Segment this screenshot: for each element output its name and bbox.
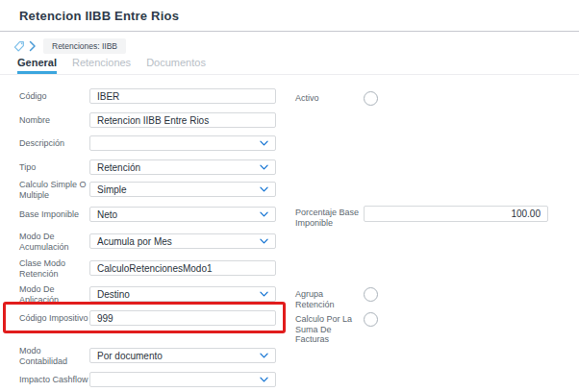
chevron-down-icon (260, 140, 268, 146)
field-label: Tipo (19, 162, 36, 173)
field-label: Modo De Acumulación (19, 232, 87, 252)
field-label: Porcentaje Base Imponible (295, 208, 363, 228)
field-row-calculo-por-la-suma-de-facturas: Calculo Por La Suma De Facturas (0, 312, 579, 328)
field-row-modo-contabilidad: Modo ContabilidadPor documento (0, 348, 579, 363)
chevron-down-icon (260, 238, 268, 244)
chevron-down-icon (260, 164, 268, 170)
field-label: Calculo Simple O Multiple (19, 180, 87, 200)
field-label: Nombre (19, 115, 50, 126)
impacto-cashflow-select[interactable] (89, 372, 276, 387)
nombre-input[interactable] (89, 112, 276, 128)
field-label: Activo (295, 93, 319, 104)
field-label: Calculo Por La Suma De Facturas (295, 314, 363, 345)
field-label: Descripción (19, 138, 64, 149)
activo-radio[interactable] (364, 91, 378, 106)
tipo-select[interactable]: Retención (89, 159, 276, 175)
select-value: Por documento (97, 351, 163, 361)
calculo-por-la-suma-de-facturas-radio[interactable] (364, 312, 378, 327)
modo-de-acumulacion-select[interactable]: Acumula por Mes (89, 233, 276, 249)
general-form: CódigoNombreDescripciónTipoRetenciónCalc… (0, 0, 579, 392)
field-row-clase-modo-retencion: Clase Modo Retención (0, 260, 579, 276)
field-row-modo-de-acumulacion: Modo De AcumulaciónAcumula por Mes (0, 233, 579, 249)
select-value: Simple (97, 184, 127, 195)
clase-modo-retencion-input[interactable] (89, 260, 276, 276)
chevron-down-icon (260, 186, 268, 192)
descripcion-select[interactable] (89, 135, 276, 151)
app-window: Retencion IIBB Entre Rios Retenciones: I… (0, 0, 579, 392)
field-row-descripcion: Descripción (0, 135, 579, 151)
porcentaje-base-imponible-input[interactable] (364, 206, 548, 222)
field-row-agrupa-retencion: Agrupa Retención (0, 287, 579, 303)
field-label: Modo Contabilidad (19, 346, 87, 366)
field-row-tipo: TipoRetención (0, 159, 579, 175)
field-label: Clase Modo Retención (19, 258, 87, 279)
calculo-simple-o-multiple-select[interactable]: Simple (89, 182, 276, 197)
field-label: Agrupa Retención (295, 289, 363, 309)
select-value: Acumula por Mes (97, 236, 172, 247)
field-row-impacto-cashflow: Impacto Cashflow (0, 372, 579, 387)
select-value: Retención (97, 162, 140, 173)
field-row-calculo-simple-o-multiple: Calculo Simple O MultipleSimple (0, 182, 579, 197)
field-row-nombre: Nombre (0, 112, 579, 128)
field-row-porcentaje-base-imponible: Porcentaje Base Imponible (0, 206, 579, 221)
chevron-down-icon (260, 353, 268, 358)
field-label: Impacto Cashflow (19, 375, 88, 385)
agrupa-retencion-radio[interactable] (364, 287, 378, 302)
chevron-down-icon (260, 377, 268, 382)
modo-contabilidad-select[interactable]: Por documento (89, 348, 276, 363)
field-row-activo: Activo (0, 91, 579, 107)
